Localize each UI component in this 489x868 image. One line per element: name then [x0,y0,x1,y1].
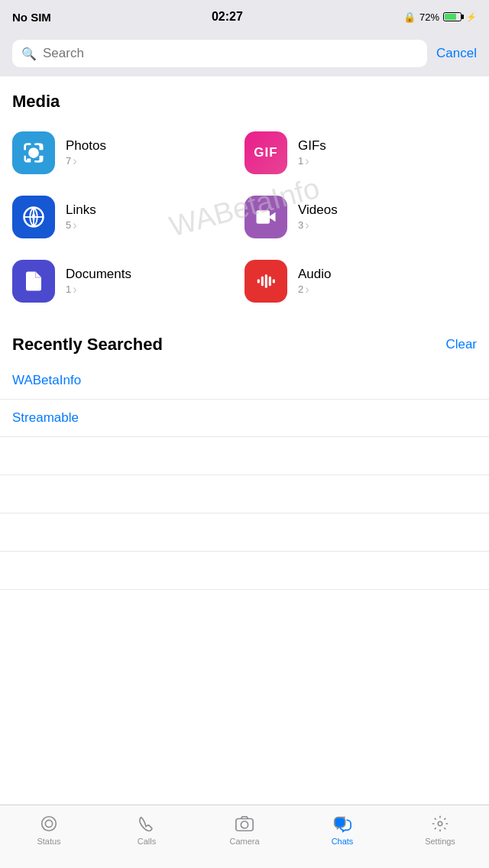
time: 02:27 [212,10,243,24]
bolt-icon: ⚡ [466,12,477,22]
gifs-icon: GIF [244,131,287,174]
tab-chats[interactable]: Chats [293,813,391,846]
tab-camera[interactable]: Camera [196,813,293,846]
lock-icon: 🔒 [403,11,416,23]
media-item-links[interactable]: Links 5 [12,185,244,249]
audio-count: 2 [298,283,477,296]
media-section-title: Media [0,76,489,121]
media-item-gifs[interactable]: GIF GIFs 1 [244,121,477,185]
links-label: Links [66,202,244,218]
status-tab-label: Status [37,837,60,846]
recent-search-wabetainfo[interactable]: WABetaInfo [0,362,489,400]
battery-icon [443,12,461,21]
chats-tab-icon [332,813,353,834]
links-text: Links 5 [66,202,244,232]
gifs-count: 1 [298,154,477,168]
recent-search-streamable[interactable]: Streamable [0,400,489,437]
main-content: Media Photos 7 [0,76,489,825]
cancel-button[interactable]: Cancel [436,46,477,61]
empty-rows [0,437,489,590]
audio-text: Audio 2 [298,267,477,296]
battery-percent: 72% [419,11,439,23]
videos-label: Videos [298,202,477,218]
photos-label: Photos [66,138,244,154]
media-item-photos[interactable]: Photos 7 [12,121,244,185]
media-item-audio[interactable]: Audio 2 [244,249,477,313]
search-input-wrap[interactable]: 🔍 [12,40,427,67]
empty-row-1 [0,437,489,475]
svg-rect-12 [269,277,271,287]
tab-settings[interactable]: Settings [391,813,489,846]
links-icon [12,196,55,238]
videos-count: 3 [298,219,477,232]
svg-rect-16 [236,819,253,831]
gifs-label: GIFs [298,138,477,154]
documents-count: 1 [66,283,244,296]
search-bar-container: 🔍 Cancel [0,34,489,76]
recently-searched-header: Recently Searched Clear [0,319,489,362]
photos-count: 7 [66,154,244,168]
calls-tab-label: Calls [138,837,156,846]
svg-point-14 [42,817,57,831]
status-tab-icon [38,813,60,834]
svg-point-15 [45,820,52,827]
svg-marker-5 [32,210,36,217]
settings-tab-label: Settings [425,837,455,846]
links-count: 5 [66,219,244,232]
videos-icon [244,196,287,238]
svg-rect-7 [257,210,270,224]
svg-rect-10 [261,277,264,287]
svg-marker-6 [32,217,36,224]
camera-tab-label: Camera [229,837,259,846]
clear-button[interactable]: Clear [445,337,477,352]
chats-tab-label: Chats [332,837,354,846]
documents-icon [12,260,55,303]
calls-tab-icon [136,813,157,834]
tab-bar: Status Calls Camera Cha [0,805,489,868]
recently-searched-title: Recently Searched [12,335,163,355]
svg-rect-11 [265,274,267,288]
camera-tab-icon [234,813,255,834]
search-icon: 🔍 [21,47,37,61]
media-item-videos[interactable]: Videos 3 [244,185,477,249]
tab-status[interactable]: Status [0,813,98,846]
empty-row-3 [0,513,489,552]
media-grid: Photos 7 GIF GIFs 1 [0,121,489,313]
carrier: No SIM [12,11,51,24]
svg-rect-9 [257,280,260,283]
settings-tab-icon [429,813,451,834]
tab-calls[interactable]: Calls [98,813,196,846]
svg-point-18 [438,821,442,826]
status-bar: No SIM 02:27 🔒 72% ⚡ [0,0,489,34]
documents-text: Documents 1 [66,267,244,296]
status-right: 🔒 72% ⚡ [403,11,477,23]
photos-icon [12,131,55,174]
gifs-text: GIFs 1 [298,138,477,168]
svg-point-17 [241,821,248,828]
svg-rect-13 [273,280,275,283]
audio-icon [244,260,287,303]
empty-row-4 [0,552,489,590]
documents-label: Documents [66,267,244,282]
empty-row-2 [0,475,489,513]
media-item-documents[interactable]: Documents 1 [12,249,244,313]
search-input[interactable] [43,46,418,61]
audio-label: Audio [298,267,477,282]
photos-text: Photos 7 [66,138,244,168]
svg-marker-8 [270,212,276,222]
videos-text: Videos 3 [298,202,477,232]
